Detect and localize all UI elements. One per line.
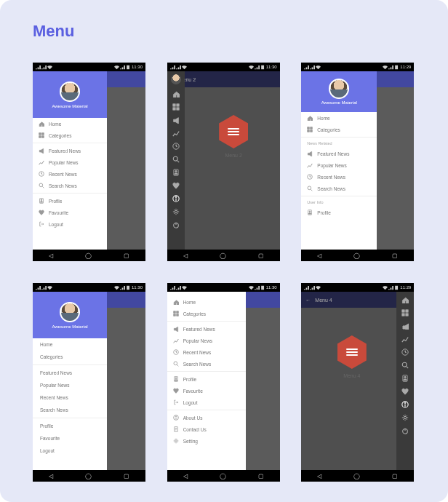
home-soft-icon[interactable]: ◯ xyxy=(85,473,92,479)
nav-logout[interactable]: Logout xyxy=(167,397,246,408)
home-soft-icon[interactable]: ◯ xyxy=(220,252,226,259)
home-soft-icon[interactable]: ◯ xyxy=(353,473,360,479)
rail-popular[interactable] xyxy=(400,334,410,344)
status-bar: 11:30 xyxy=(167,283,280,292)
rail-logout[interactable] xyxy=(171,220,181,230)
section-news: News Related xyxy=(301,139,377,148)
nav-setting[interactable]: Setting xyxy=(167,435,246,447)
home-soft-icon[interactable]: ◯ xyxy=(353,252,360,259)
nav-search[interactable]: Search News xyxy=(33,404,107,416)
rail-about[interactable] xyxy=(400,399,410,410)
nav-home[interactable]: Home xyxy=(167,296,246,308)
nav-label: Home xyxy=(49,121,61,127)
recents-icon[interactable]: ▢ xyxy=(392,473,398,479)
nav-label: Home xyxy=(183,300,196,305)
power-icon xyxy=(401,427,409,434)
recents-icon[interactable]: ▢ xyxy=(392,252,398,259)
phone-menu-1: 11:30 Awesome Material Home Categories F… xyxy=(33,63,145,261)
info-icon xyxy=(172,195,180,202)
nav-contact[interactable]: Contact Us xyxy=(167,423,246,435)
nav-profile[interactable]: Profile xyxy=(301,207,377,218)
rail-logout[interactable] xyxy=(400,426,410,436)
wifi-icon xyxy=(249,65,254,70)
rail-profile[interactable] xyxy=(400,373,410,383)
rail-home[interactable] xyxy=(171,89,181,99)
nav-profile[interactable]: Profile xyxy=(33,420,107,432)
nav-profile[interactable]: Profile xyxy=(33,195,107,207)
nav-featured[interactable]: Featured News xyxy=(33,367,107,379)
home-soft-icon[interactable]: ◯ xyxy=(85,252,92,259)
rail-home[interactable] xyxy=(400,295,410,305)
rail-popular[interactable] xyxy=(171,128,181,138)
divider xyxy=(167,371,246,372)
nav-featured[interactable]: Featured News xyxy=(33,145,107,156)
nav-favourite[interactable]: Favourite xyxy=(33,207,107,218)
nav-home[interactable]: Home xyxy=(301,112,377,124)
avatar[interactable] xyxy=(171,74,181,84)
avatar[interactable] xyxy=(60,81,80,102)
rail-recent[interactable] xyxy=(400,347,410,357)
back-icon[interactable]: ◁ xyxy=(183,252,188,259)
nav-recent[interactable]: Recent News xyxy=(33,168,107,180)
rail-setting[interactable] xyxy=(171,207,181,217)
heart-icon xyxy=(173,388,179,394)
nav-favourite[interactable]: Favourite xyxy=(167,385,246,397)
nav-popular[interactable]: Popular News xyxy=(301,159,377,171)
clock-icon xyxy=(172,143,180,150)
home-soft-icon[interactable]: ◯ xyxy=(220,473,226,479)
nav-about[interactable]: About Us xyxy=(167,412,246,423)
nfc-icon xyxy=(182,65,187,70)
nav-home[interactable]: Home xyxy=(33,338,107,351)
recents-icon[interactable]: ▢ xyxy=(124,473,129,479)
nav-label: Recent News xyxy=(40,395,68,400)
search-icon xyxy=(173,361,179,367)
nav-logout[interactable]: Logout xyxy=(33,218,107,230)
nav-popular[interactable]: Popular News xyxy=(33,156,107,168)
nav-recent[interactable]: Recent News xyxy=(33,391,107,404)
nav-profile[interactable]: Profile xyxy=(167,373,246,385)
rail-favourite[interactable] xyxy=(400,386,410,397)
rail-featured[interactable] xyxy=(400,321,410,331)
nav-categories[interactable]: Categories xyxy=(33,130,107,141)
nav-logout[interactable]: Logout xyxy=(33,445,107,457)
recents-icon[interactable]: ▢ xyxy=(124,252,129,259)
nav-search[interactable]: Search News xyxy=(33,180,107,191)
rail-search[interactable] xyxy=(171,154,181,164)
nav-categories[interactable]: Categories xyxy=(167,308,246,319)
rail-search[interactable] xyxy=(400,360,410,370)
recents-icon[interactable]: ▢ xyxy=(258,473,264,479)
nav-favourite[interactable]: Favourite xyxy=(33,432,107,445)
wifi-icon xyxy=(249,285,254,290)
rail-categories[interactable] xyxy=(400,308,410,318)
back-icon[interactable]: ◁ xyxy=(317,473,321,479)
avatar[interactable] xyxy=(329,79,349,99)
rail-favourite[interactable] xyxy=(171,180,181,191)
back-icon[interactable]: ◁ xyxy=(317,252,321,259)
nav-label: Categories xyxy=(317,127,340,132)
nav-featured[interactable]: Featured News xyxy=(301,148,377,159)
nav-search[interactable]: Search News xyxy=(167,358,246,370)
network-icon xyxy=(304,285,309,290)
back-icon[interactable]: ◁ xyxy=(183,473,188,479)
nav-search[interactable]: Search News xyxy=(301,183,377,194)
rail-featured[interactable] xyxy=(171,115,181,125)
rail-categories[interactable] xyxy=(171,102,181,112)
back-icon[interactable]: ◁ xyxy=(49,473,53,479)
nav-recent[interactable]: Recent News xyxy=(167,346,246,358)
avatar[interactable] xyxy=(60,302,80,322)
nav-popular[interactable]: Popular News xyxy=(167,335,246,346)
rail-about[interactable] xyxy=(171,194,181,204)
back-icon[interactable]: ◁ xyxy=(49,252,53,259)
network-icon xyxy=(304,65,309,70)
search-icon xyxy=(39,183,44,188)
nav-home[interactable]: Home xyxy=(33,118,107,130)
rail-recent[interactable] xyxy=(171,141,181,151)
nav-categories[interactable]: Categories xyxy=(301,124,377,135)
nav-categories[interactable]: Categories xyxy=(33,351,107,363)
recents-icon[interactable]: ▢ xyxy=(258,252,264,259)
nav-featured[interactable]: Featured News xyxy=(167,323,246,335)
rail-setting[interactable] xyxy=(400,413,410,423)
nav-recent[interactable]: Recent News xyxy=(301,171,377,183)
rail-profile[interactable] xyxy=(171,167,181,178)
nav-popular[interactable]: Popular News xyxy=(33,379,107,391)
